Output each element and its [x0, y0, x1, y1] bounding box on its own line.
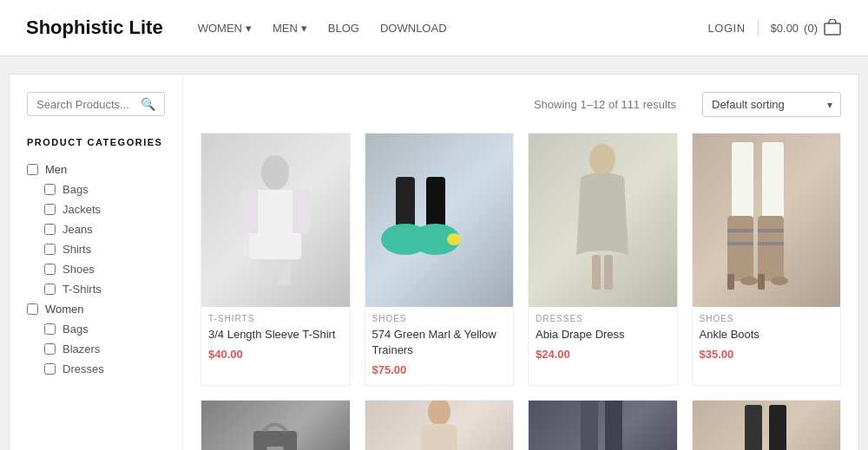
- product-card-trainers[interactable]: SHOES 574 Green Marl & Yellow Trainers $…: [365, 133, 515, 386]
- main-nav: WOMEN ▾ MEN ▾ BLOG DOWNLOAD: [198, 22, 708, 35]
- product-figure: [714, 142, 819, 298]
- header-divider: [758, 19, 759, 36]
- category-men-shoes[interactable]: Shoes: [44, 259, 165, 279]
- svg-rect-31: [266, 447, 284, 450]
- category-men-jackets[interactable]: Jackets: [44, 199, 165, 219]
- category-men-bags[interactable]: Bags: [44, 179, 165, 199]
- product-figure: [409, 401, 470, 450]
- category-men-jeans[interactable]: Jeans: [44, 219, 165, 239]
- product-figure: [736, 405, 797, 450]
- product-price: $75.00: [365, 362, 514, 385]
- product-card-jeans[interactable]: [528, 400, 678, 450]
- category-women-dresses[interactable]: Dresses: [44, 359, 165, 379]
- product-figure: [245, 414, 306, 450]
- category-women-bags[interactable]: Bags: [44, 319, 165, 339]
- product-category: DRESSES: [529, 307, 677, 325]
- svg-point-15: [589, 144, 615, 175]
- categories-title: PRODUCT CATEGORIES: [27, 137, 165, 147]
- product-name: Abia Drape Dress: [529, 325, 677, 346]
- svg-rect-33: [581, 401, 598, 450]
- product-card-tshirt[interactable]: T-SHIRTS 3/4 Length Sleeve T-Shirt $40.0…: [201, 133, 351, 386]
- sort-wrapper: Default sorting Sort by popularity Sort …: [702, 92, 841, 117]
- svg-rect-21: [758, 216, 784, 281]
- site-header: Shophistic Lite WOMEN ▾ MEN ▾ BLOG DOWNL…: [0, 0, 868, 56]
- cart-count: (0): [804, 22, 818, 35]
- product-figure: [378, 177, 500, 264]
- category-men-bags-checkbox[interactable]: [44, 184, 56, 195]
- sort-select[interactable]: Default sorting Sort by popularity Sort …: [702, 92, 841, 117]
- product-image-sale-item: Sale!: [693, 401, 841, 450]
- category-women-checkbox[interactable]: [27, 303, 38, 315]
- svg-rect-17: [604, 255, 613, 290]
- product-card-dress[interactable]: DRESSES Abia Drape Dress $24.00: [528, 133, 678, 386]
- category-men-sub: Bags Jackets Jeans Shirts Shoes T-Shirts: [44, 179, 165, 299]
- category-men-shirts-checkbox[interactable]: [44, 244, 56, 255]
- product-image-woman2: [365, 401, 514, 450]
- category-women-dresses-checkbox[interactable]: [44, 363, 56, 375]
- svg-rect-36: [769, 405, 786, 450]
- product-name: Ankle Boots: [693, 325, 841, 346]
- product-price: $35.00: [693, 346, 841, 369]
- svg-rect-23: [758, 274, 765, 290]
- svg-rect-8: [426, 177, 445, 229]
- svg-rect-7: [396, 177, 415, 229]
- category-women[interactable]: Women: [27, 299, 165, 319]
- category-men-tshirts[interactable]: T-Shirts: [44, 279, 165, 299]
- main-content: Showing 1–12 of 111 results Default sort…: [183, 75, 858, 450]
- product-category: SHOES: [693, 307, 841, 325]
- chevron-down-icon: ▾: [246, 22, 252, 35]
- category-men-checkbox[interactable]: [27, 164, 38, 175]
- svg-rect-22: [727, 274, 734, 290]
- category-women-blazers[interactable]: Blazers: [44, 339, 165, 359]
- product-figure: [240, 151, 310, 290]
- svg-point-25: [771, 277, 788, 285]
- product-category: SHOES: [365, 307, 514, 325]
- nav-download[interactable]: DOWNLOAD: [380, 22, 447, 35]
- product-name: 3/4 Length Sleeve T-Shirt: [201, 325, 350, 346]
- cart-icon: [823, 19, 842, 36]
- category-men-tshirts-checkbox[interactable]: [44, 284, 56, 295]
- login-button[interactable]: LOGIN: [708, 22, 746, 35]
- category-men[interactable]: Men: [27, 160, 165, 179]
- category-women-bags-checkbox[interactable]: [44, 323, 56, 335]
- svg-point-24: [740, 277, 758, 285]
- category-men-shirts[interactable]: Shirts: [44, 239, 165, 259]
- svg-rect-34: [605, 401, 622, 450]
- category-men-jackets-checkbox[interactable]: [44, 204, 56, 215]
- product-image-jeans: [529, 401, 677, 450]
- sidebar: 🔍 PRODUCT CATEGORIES Men Bags Jackets Je…: [10, 75, 183, 450]
- search-box[interactable]: 🔍: [27, 92, 165, 116]
- product-card-sale-item[interactable]: Sale!: [692, 400, 842, 450]
- product-image-dress: [529, 134, 677, 307]
- product-category: T-SHIRTS: [201, 307, 350, 325]
- svg-rect-3: [240, 190, 258, 233]
- search-input[interactable]: [36, 98, 141, 111]
- svg-rect-6: [278, 259, 291, 285]
- nav-blog[interactable]: BLOG: [328, 22, 359, 35]
- header-right: LOGIN $0.00 (0): [708, 19, 842, 36]
- svg-rect-4: [293, 190, 310, 233]
- content-header: Showing 1–12 of 111 results Default sort…: [201, 92, 841, 117]
- product-name: 574 Green Marl & Yellow Trainers: [365, 325, 514, 362]
- product-card-bag[interactable]: [201, 400, 351, 450]
- category-men-label: Men: [45, 163, 67, 176]
- search-icon: 🔍: [141, 97, 155, 111]
- svg-point-32: [428, 401, 450, 426]
- category-women-blazers-checkbox[interactable]: [44, 343, 56, 355]
- product-grid-row1: T-SHIRTS 3/4 Length Sleeve T-Shirt $40.0…: [201, 133, 841, 386]
- svg-rect-26: [727, 229, 753, 232]
- nav-men[interactable]: MEN ▾: [273, 22, 307, 35]
- category-men-jeans-checkbox[interactable]: [44, 224, 56, 235]
- svg-rect-20: [727, 216, 753, 281]
- site-logo[interactable]: Shophistic Lite: [26, 16, 163, 39]
- nav-women[interactable]: WOMEN ▾: [198, 22, 252, 35]
- svg-rect-27: [758, 229, 784, 232]
- product-figure: [568, 142, 637, 298]
- category-men-shoes-checkbox[interactable]: [44, 264, 56, 275]
- product-image-boots: [693, 134, 841, 307]
- product-image-tshirt: [201, 134, 350, 307]
- svg-rect-5: [260, 259, 273, 285]
- cart-button[interactable]: $0.00 (0): [771, 19, 842, 36]
- product-card-woman2[interactable]: [365, 400, 515, 450]
- product-card-boots[interactable]: SHOES Ankle Boots $35.00: [692, 133, 842, 386]
